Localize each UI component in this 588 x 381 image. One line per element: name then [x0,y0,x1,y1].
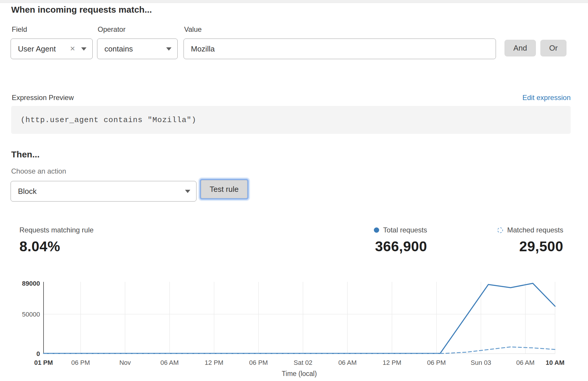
x-axis-title: Time (local) [282,370,317,377]
action-select[interactable]: Block [11,181,196,202]
x-tick-label: Sat 02 [294,359,312,366]
x-tick-label: 06 PM [427,359,446,366]
expression-code-block: (http.user_agent contains "Mozilla") [11,106,571,134]
choose-action-label: Choose an action [11,167,66,175]
field-label: Field [12,25,27,34]
total-requests-dot-icon [374,227,379,233]
stat-matching-value: 8.04% [19,238,94,254]
stat-matching-label: Requests matching rule [19,226,94,234]
y-tick-label: 50000 [22,311,40,318]
stat-matched-requests: Matched requests 29,500 [497,226,563,254]
firewall-rule-builder-page: When incoming requests match... Field Op… [0,0,588,381]
stat-total-requests: Total requests 366,900 [374,226,427,254]
stat-total-label: Total requests [374,226,427,234]
x-tick-label: 01 PM [34,359,53,366]
field-select[interactable]: User Agent ✕ [11,39,93,59]
requests-time-series-chart: 0500008900001 PM06 PMNov06 AM12 PM06 PMS… [0,277,588,381]
clear-field-icon[interactable]: ✕ [70,46,75,52]
x-tick-label: 06 AM [516,359,534,366]
value-label: Value [184,25,202,34]
edit-expression-link[interactable]: Edit expression [522,94,571,102]
matched-requests-dashed-circle-icon [497,227,503,233]
x-tick-label: 06 PM [71,359,90,366]
chevron-down-icon [81,47,86,51]
x-tick-label: 06 PM [249,359,268,366]
x-tick-label: Sun 03 [471,359,491,366]
or-button[interactable]: Or [540,40,567,56]
expression-preview-label: Expression Preview [12,94,74,102]
chevron-down-icon [166,47,171,51]
then-heading: Then... [11,149,40,159]
stat-matched-label-text: Matched requests [507,226,563,234]
x-tick-label: 06 AM [338,359,357,366]
x-tick-label: Nov [119,359,131,366]
action-select-value: Block [18,187,185,196]
operator-select-value: contains [104,44,166,54]
operator-label: Operator [98,25,126,34]
stat-matched-value: 29,500 [497,238,563,254]
stat-total-label-text: Total requests [383,226,427,234]
x-tick-label: 06 AM [160,359,179,366]
operator-select[interactable]: contains [97,39,178,59]
x-tick-label: 10 AM [546,359,564,366]
stat-matching-label-text: Requests matching rule [19,226,94,234]
expression-code: (http.user_agent contains "Mozilla") [21,116,196,124]
stat-total-value: 366,900 [374,238,427,254]
series-dashed [44,347,555,353]
page-title: When incoming requests match... [11,5,152,15]
test-rule-button[interactable]: Test rule [201,180,247,198]
and-button[interactable]: And [504,40,536,56]
chart-canvas: 0500008900001 PM06 PMNov06 AM12 PM06 PMS… [0,277,588,381]
x-tick-label: 12 PM [383,359,402,366]
series-solid [44,283,555,353]
x-tick-label: 12 PM [205,359,224,366]
chevron-down-icon [185,190,190,193]
top-divider [0,0,588,3]
stat-matching-rule: Requests matching rule 8.04% [19,226,94,254]
field-select-value: User Agent [18,44,70,54]
value-input[interactable] [184,39,496,59]
y-tick-label: 0 [36,350,40,357]
stat-matched-label: Matched requests [497,226,563,234]
y-tick-label: 89000 [22,280,40,287]
